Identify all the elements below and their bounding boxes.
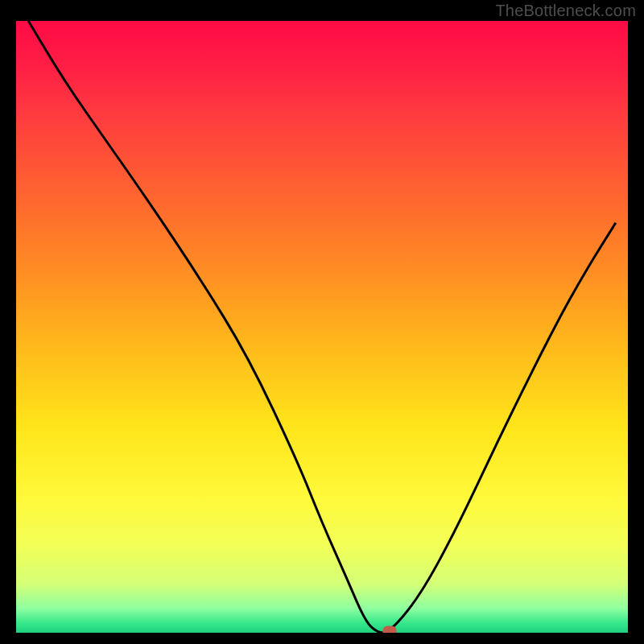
bottleneck-curve-path bbox=[28, 21, 616, 633]
chart-stage: TheBottleneck.com bbox=[0, 0, 644, 644]
line-curve bbox=[16, 21, 628, 633]
chart-plot-area bbox=[16, 21, 628, 633]
watermark-text: TheBottleneck.com bbox=[495, 2, 636, 20]
optimal-point-marker bbox=[382, 626, 396, 634]
